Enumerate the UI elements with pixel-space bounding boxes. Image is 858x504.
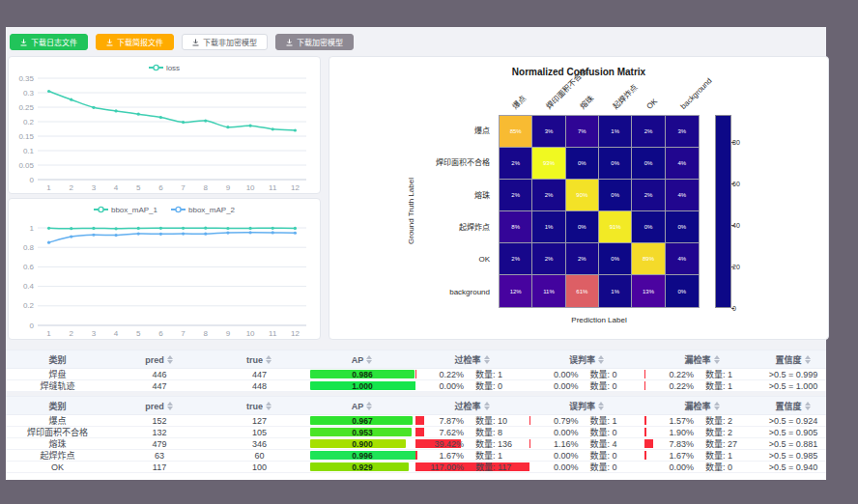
true-cell: 100 bbox=[210, 462, 309, 472]
column-header-置信度[interactable]: 置信度 bbox=[760, 350, 826, 368]
download-icon bbox=[286, 39, 293, 46]
svg-text:1: 1 bbox=[30, 224, 35, 233]
column-header-误判率[interactable]: 误判率 bbox=[529, 397, 644, 414]
column-header-true[interactable]: true bbox=[210, 350, 309, 368]
rate-percent: 0.00% bbox=[427, 380, 464, 391]
column-header-label: 误判率 bbox=[569, 355, 595, 365]
confusion-cell-1-0: 2% bbox=[500, 148, 532, 180]
confidence-cell: >0.5 = 0.881 bbox=[760, 438, 826, 449]
column-header-漏检率[interactable]: 漏检率 bbox=[644, 350, 760, 368]
svg-text:0.15: 0.15 bbox=[18, 132, 34, 141]
sort-caret-icon[interactable] bbox=[714, 355, 721, 364]
table-row: 熔珠4793460.90039.42%数量: 1361.16%数量: 47.83… bbox=[6, 438, 826, 450]
column-header-AP[interactable]: AP bbox=[309, 350, 415, 368]
sort-caret-icon[interactable] bbox=[366, 402, 373, 410]
metrics-table-2: 类别predtrueAP过检率误判率漏检率置信度爆点1521270.9677.8… bbox=[6, 396, 826, 473]
loss-chart: 00.050.10.150.20.250.30.3512345678910111… bbox=[9, 57, 320, 193]
download-icon bbox=[106, 39, 113, 46]
confusion-cell-3-0: 8% bbox=[500, 211, 532, 243]
true-cell: 346 bbox=[210, 438, 309, 449]
rate-percent: 0.22% bbox=[427, 369, 464, 379]
ap-value: 0.967 bbox=[309, 415, 415, 426]
table-row: 焊缝轨迹4474481.0000.00%数量: 00.00%数量: 00.22%… bbox=[6, 380, 826, 392]
rate-percent: 0.00% bbox=[542, 462, 579, 472]
colorbar-tick-label: 80 bbox=[732, 138, 740, 145]
column-header-pred[interactable]: pred bbox=[109, 350, 210, 368]
sort-caret-icon[interactable] bbox=[805, 355, 812, 364]
sort-caret-icon[interactable] bbox=[484, 355, 491, 364]
svg-text:4: 4 bbox=[114, 329, 119, 338]
column-header-label: 置信度 bbox=[775, 355, 801, 365]
button-label: 下载简报文件 bbox=[117, 37, 163, 47]
over-rate-cell: 39.42%数量: 136 bbox=[415, 438, 529, 449]
sort-caret-icon[interactable] bbox=[598, 402, 605, 410]
sort-caret-icon[interactable] bbox=[167, 402, 174, 410]
confusion-cell-5-3: 1% bbox=[599, 275, 632, 307]
column-header-label: true bbox=[246, 355, 263, 365]
ap-cell: 0.953 bbox=[309, 427, 415, 437]
column-header-置信度[interactable]: 置信度 bbox=[760, 397, 826, 414]
rate-count: 数量: 1 bbox=[475, 369, 518, 379]
rate-count: 数量: 0 bbox=[705, 462, 748, 472]
ap-cell: 0.986 bbox=[309, 369, 415, 379]
sort-caret-icon[interactable] bbox=[366, 355, 373, 364]
table-header-row: 类别predtrueAP过检率误判率漏检率置信度 bbox=[6, 350, 826, 369]
pred-cell: 63 bbox=[109, 450, 210, 461]
over-rate-cell: 7.62%数量: 8 bbox=[415, 427, 529, 437]
rate-percent: 0.00% bbox=[657, 462, 694, 472]
map-chart: 00.20.40.60.81123456789101112 bbox=[9, 199, 320, 339]
column-header-label: pred bbox=[145, 402, 164, 411]
true-cell: 60 bbox=[210, 450, 309, 461]
confusion-cell-0-1: 3% bbox=[532, 116, 565, 148]
column-header-误判率[interactable]: 误判率 bbox=[529, 350, 644, 368]
column-header-pred[interactable]: pred bbox=[109, 397, 210, 414]
confusion-cell-5-4: 13% bbox=[632, 275, 665, 307]
sort-caret-icon[interactable] bbox=[484, 402, 491, 410]
rate-percent: 1.16% bbox=[542, 438, 579, 449]
column-header-label: 置信度 bbox=[775, 402, 801, 411]
rate-count: 数量: 117 bbox=[475, 462, 518, 472]
download-log-button[interactable]: 下载日志文件 bbox=[10, 34, 88, 50]
rate-percent: 0.00% bbox=[542, 380, 579, 391]
confusion-cell-1-1: 93% bbox=[532, 148, 565, 180]
sort-caret-icon[interactable] bbox=[805, 402, 812, 410]
column-header-过检率[interactable]: 过检率 bbox=[415, 350, 529, 368]
column-header-AP[interactable]: AP bbox=[309, 397, 415, 414]
mis-rate-cell: 0.00%数量: 0 bbox=[529, 450, 644, 461]
rate-percent: 0.00% bbox=[542, 427, 579, 437]
colorbar-tick-label: 60 bbox=[732, 180, 740, 186]
sort-caret-icon[interactable] bbox=[266, 402, 272, 410]
sort-caret-icon[interactable] bbox=[714, 402, 721, 410]
confusion-matrix-xlabel: Prediction Label bbox=[499, 316, 700, 324]
column-header-漏检率[interactable]: 漏检率 bbox=[644, 397, 760, 414]
download-report-button[interactable]: 下载简报文件 bbox=[96, 34, 174, 50]
confusion-matrix-card: Normalized Confusion Matrix 爆点焊印面积不合格熔珠起… bbox=[329, 56, 829, 340]
confusion-cell-4-3: 0% bbox=[599, 243, 632, 275]
confusion-cell-2-5: 4% bbox=[666, 180, 699, 211]
over-rate-cell: 0.00%数量: 0 bbox=[415, 380, 529, 391]
over-rate-cell: 1.67%数量: 1 bbox=[415, 450, 529, 461]
confusion-cell-4-2: 2% bbox=[566, 243, 599, 275]
svg-text:8: 8 bbox=[204, 329, 209, 338]
confusion-cell-5-0: 12% bbox=[500, 275, 532, 307]
column-header-label: AP bbox=[352, 402, 364, 411]
sort-caret-icon[interactable] bbox=[167, 355, 174, 364]
rate-count: 数量: 0 bbox=[590, 369, 633, 379]
confusion-cell-4-0: 2% bbox=[500, 243, 532, 275]
ap-cell: 0.967 bbox=[309, 415, 415, 426]
pred-cell: 117 bbox=[109, 462, 210, 472]
sort-caret-icon[interactable] bbox=[266, 355, 272, 364]
svg-text:5: 5 bbox=[136, 183, 141, 192]
pred-cell: 479 bbox=[109, 438, 210, 449]
download-encrypted-model-button[interactable]: 下载加密模型 bbox=[275, 34, 354, 50]
download-plain-model-button[interactable]: 下载非加密模型 bbox=[182, 34, 268, 50]
confidence-cell: >0.5 = 1.000 bbox=[760, 380, 826, 391]
column-header-true[interactable]: true bbox=[210, 397, 309, 414]
rate-percent: 1.57% bbox=[657, 415, 694, 426]
column-header-label: 类别 bbox=[48, 355, 66, 365]
download-toolbar: 下载日志文件下载简报文件下载非加密模型下载加密模型 bbox=[10, 34, 354, 51]
miss-rate-cell: 0.22%数量: 1 bbox=[644, 369, 760, 379]
ap-cell: 0.900 bbox=[309, 438, 415, 449]
sort-caret-icon[interactable] bbox=[598, 355, 605, 364]
column-header-过检率[interactable]: 过检率 bbox=[415, 397, 529, 414]
